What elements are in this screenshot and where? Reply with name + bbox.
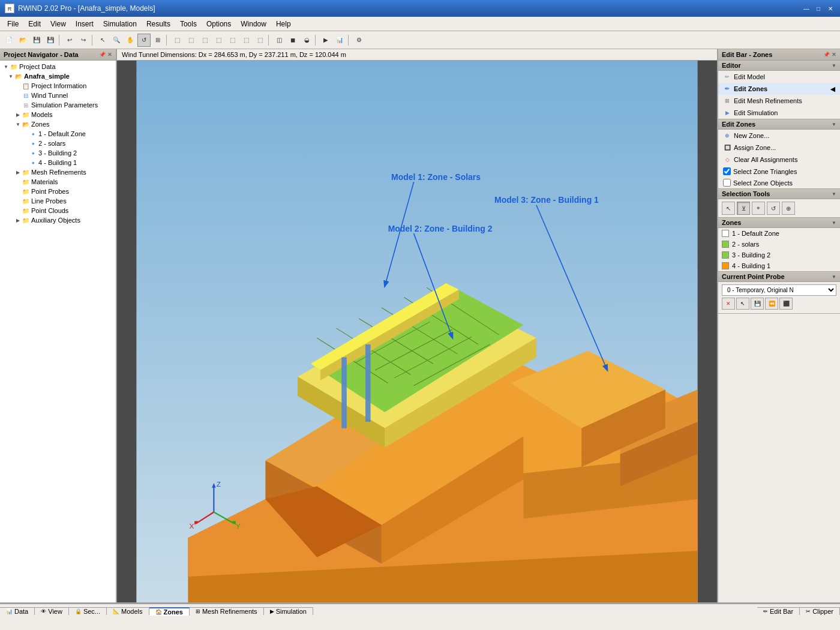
menu-item-insert[interactable]: Insert xyxy=(71,19,98,29)
top-btn[interactable]: ⬚ xyxy=(226,34,239,47)
select-objects-item[interactable]: Select Zone Objects xyxy=(718,177,840,188)
tree-aux-objects[interactable]: ▶ 📁 Auxiliary Objects xyxy=(0,215,116,225)
edit-zones-item[interactable]: ✏ Edit Zones ◀ xyxy=(718,83,840,95)
menu-item-tools[interactable]: Tools xyxy=(175,19,202,29)
save-as-btn[interactable]: 💾 xyxy=(44,34,57,47)
tab-zones[interactable]: 🏠 Zones xyxy=(149,607,190,616)
mesh-tab-label: Mesh Refinements xyxy=(202,608,257,615)
select-triangles-item[interactable]: Select Zone Triangles xyxy=(718,166,840,177)
tree-point-probes[interactable]: 📁 Point Probes xyxy=(0,187,116,196)
rotate-btn[interactable]: ↺ xyxy=(767,202,780,215)
fit-btn[interactable]: ⊞ xyxy=(151,34,164,47)
zoom-btn[interactable]: 🔍 xyxy=(110,34,123,47)
zone-list-1[interactable]: 1 - Default Zone xyxy=(718,228,840,239)
menu-item-help[interactable]: Help xyxy=(271,19,296,29)
move-btn[interactable]: ⊕ xyxy=(782,202,795,215)
tree-anafra[interactable]: ▼ 📂 Anafra_simple xyxy=(0,71,116,81)
tree-wind-tunnel[interactable]: ⊟ Wind Tunnel xyxy=(0,91,116,100)
menu-item-options[interactable]: Options xyxy=(202,19,236,29)
select-arrow-btn[interactable]: ↖ xyxy=(722,202,735,215)
cpp-collapse[interactable]: ▼ xyxy=(832,274,836,280)
left-btn[interactable]: ⬚ xyxy=(198,34,211,47)
tree-point-clouds[interactable]: 📁 Point Clouds xyxy=(0,206,116,215)
rotate3d-btn[interactable]: ↺ xyxy=(137,34,151,47)
tree-zone2[interactable]: 🔹 2 - solars xyxy=(0,139,116,148)
tree-mesh-ref[interactable]: ▶ 📁 Mesh Refinements xyxy=(0,167,116,177)
tree-materials[interactable]: 📁 Materials xyxy=(0,177,116,187)
zones-list-collapse[interactable]: ▼ xyxy=(832,220,836,226)
select-filter-btn[interactable]: ⊻ xyxy=(737,202,750,215)
edit-zones-collapse[interactable]: ▼ xyxy=(832,122,836,127)
select-objects-checkbox[interactable] xyxy=(723,179,731,187)
tree-line-probes[interactable]: 📁 Line Probes xyxy=(0,196,116,206)
iso-btn[interactable]: ⬚ xyxy=(253,34,266,47)
select-triangles-checkbox[interactable] xyxy=(723,167,731,175)
mesh-tab-icon: ⊞ xyxy=(196,608,200,614)
tab-simulation[interactable]: ▶ Simulation xyxy=(264,607,313,615)
shade-btn[interactable]: ◒ xyxy=(300,34,313,47)
settings-btn[interactable]: ⚙ xyxy=(352,34,365,47)
tab-clipper[interactable]: ✂ Clipper xyxy=(800,607,840,615)
sel-tools-collapse[interactable]: ▼ xyxy=(832,191,836,197)
tab-models[interactable]: 📐 Models xyxy=(107,607,149,615)
menu-item-file[interactable]: File xyxy=(2,19,23,29)
minimize-button[interactable]: — xyxy=(802,4,811,13)
redo-btn[interactable]: ↪ xyxy=(77,34,90,47)
cpp-delete-btn[interactable]: ✕ xyxy=(722,298,735,310)
clear-assignments-item[interactable]: ◇ Clear All Assignments xyxy=(718,154,840,166)
tab-editbar[interactable]: ✏ Edit Bar xyxy=(757,607,800,615)
tree-zones[interactable]: ▼ 📂 Zones xyxy=(0,119,116,129)
cpp-save-btn[interactable]: 💾 xyxy=(751,298,764,310)
cpp-clear-btn[interactable]: ⬛ xyxy=(779,298,793,310)
cpp-select-btn[interactable]: ↖ xyxy=(736,298,749,310)
assign-zone-item[interactable]: 🔲 Assign Zone... xyxy=(718,142,840,154)
zone-list-4[interactable]: 4 - Building 1 xyxy=(718,260,840,271)
edit-mesh-item[interactable]: ⊞ Edit Mesh Refinements xyxy=(718,95,840,107)
undo-btn[interactable]: ↩ xyxy=(63,34,76,47)
menu-item-results[interactable]: Results xyxy=(142,19,175,29)
tree-zone3[interactable]: 🔹 3 - Building 2 xyxy=(0,148,116,158)
cpp-buttons: ✕ ↖ 💾 ⏪ ⬛ xyxy=(722,296,836,311)
solid-btn[interactable]: ◼ xyxy=(286,34,299,47)
open-btn[interactable]: 📂 xyxy=(16,34,29,47)
tab-sec[interactable]: 🔒 Sec... xyxy=(69,607,107,615)
viewport-3d[interactable]: Model 1: Zone - Solars Model 2: Zone - B… xyxy=(117,61,717,602)
select-lasso-btn[interactable]: ⌖ xyxy=(752,202,765,215)
tree-models[interactable]: ▶ 📁 Models xyxy=(0,110,116,119)
menu-item-simulation[interactable]: Simulation xyxy=(98,19,142,29)
tree-project-data[interactable]: ▼ 📁 Project Data xyxy=(0,62,116,71)
zone-list-2[interactable]: 2 - solars xyxy=(718,239,840,250)
edit-model-item[interactable]: ✏ Edit Model xyxy=(718,71,840,83)
cpp-prev-btn[interactable]: ⏪ xyxy=(765,298,778,310)
tab-view[interactable]: 👁 View xyxy=(35,607,69,615)
close-button[interactable]: ✕ xyxy=(826,4,835,13)
save-btn[interactable]: 💾 xyxy=(30,34,43,47)
menu-item-view[interactable]: View xyxy=(46,19,71,29)
front-btn[interactable]: ⬚ xyxy=(170,34,184,47)
simulation-btn[interactable]: ▶ xyxy=(319,34,332,47)
edit-sim-item[interactable]: ▶ Edit Simulation xyxy=(718,107,840,119)
menu-item-window[interactable]: Window xyxy=(236,19,271,29)
editor-collapse-arrow[interactable]: ▼ xyxy=(832,63,836,68)
pan-btn[interactable]: ✋ xyxy=(124,34,137,47)
tab-mesh-ref[interactable]: ⊞ Mesh Refinements xyxy=(190,607,264,615)
menu-item-edit[interactable]: Edit xyxy=(23,19,46,29)
back-btn[interactable]: ⬚ xyxy=(184,34,197,47)
new-zone-item[interactable]: ⊕ New Zone... xyxy=(718,130,840,142)
cpp-dropdown[interactable]: 0 - Temporary, Original N xyxy=(722,284,836,296)
bottom-btn[interactable]: ⬚ xyxy=(239,34,253,47)
wireframe-btn[interactable]: ◫ xyxy=(272,34,286,47)
select-btn[interactable]: ↖ xyxy=(96,34,109,47)
right-btn[interactable]: ⬚ xyxy=(212,34,225,47)
tree-project-info[interactable]: 📋 Project Information xyxy=(0,81,116,91)
tab-data[interactable]: 📊 Data xyxy=(0,607,35,615)
tree-sim-params[interactable]: ⊞ Simulation Parameters xyxy=(0,100,116,110)
results-btn[interactable]: 📊 xyxy=(333,34,346,47)
tree-zone4[interactable]: 🔹 4 - Building 1 xyxy=(0,158,116,167)
tree-zone1[interactable]: 🔹 1 - Default Zone xyxy=(0,129,116,139)
window-controls: — □ ✕ xyxy=(802,4,835,13)
maximize-button[interactable]: □ xyxy=(814,4,823,13)
right-panel-header: Edit Bar - Zones 📌 ✕ xyxy=(718,49,840,61)
zone-list-3[interactable]: 3 - Building 2 xyxy=(718,250,840,260)
new-btn[interactable]: 📄 xyxy=(2,34,16,47)
